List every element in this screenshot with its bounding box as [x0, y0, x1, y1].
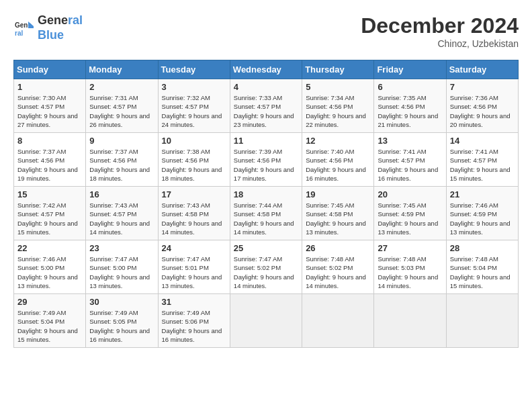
day-number: 4: [234, 82, 298, 92]
day-number: 1: [17, 82, 82, 92]
logo-icon: Gene ral: [13, 18, 34, 38]
day-number: 26: [306, 243, 370, 253]
calendar-cell: 20Sunrise: 7:45 AMSunset: 4:59 PMDayligh…: [374, 187, 446, 240]
calendar-cell: 9Sunrise: 7:37 AMSunset: 4:56 PMDaylight…: [86, 133, 158, 187]
calendar-cell: 16Sunrise: 7:43 AMSunset: 4:57 PMDayligh…: [86, 187, 158, 240]
day-number: 29: [17, 297, 82, 307]
calendar-cell: [230, 294, 302, 348]
calendar-cell: 23Sunrise: 7:47 AMSunset: 5:00 PMDayligh…: [86, 240, 158, 294]
day-detail: Sunrise: 7:49 AMSunset: 5:06 PMDaylight:…: [162, 308, 226, 344]
day-detail: Sunrise: 7:33 AMSunset: 4:57 PMDaylight:…: [234, 93, 298, 129]
calendar-cell: 25Sunrise: 7:47 AMSunset: 5:02 PMDayligh…: [230, 240, 302, 294]
day-number: 10: [162, 136, 226, 146]
calendar-cell: [446, 294, 518, 348]
weekday-monday: Monday: [86, 60, 158, 79]
day-number: 27: [378, 243, 442, 253]
calendar-cell: 19Sunrise: 7:45 AMSunset: 4:58 PMDayligh…: [302, 187, 374, 240]
logo: Gene ral GeneralBlue: [13, 13, 83, 42]
day-number: 25: [234, 243, 298, 253]
day-number: 23: [89, 243, 154, 253]
day-detail: Sunrise: 7:46 AMSunset: 5:00 PMDaylight:…: [17, 255, 82, 290]
day-number: 6: [378, 82, 442, 92]
page-header: Gene ral GeneralBlue December 2024 Chino…: [13, 13, 519, 49]
calendar-cell: 6Sunrise: 7:35 AMSunset: 4:56 PMDaylight…: [374, 79, 446, 133]
day-number: 8: [17, 136, 82, 146]
day-detail: Sunrise: 7:30 AMSunset: 4:57 PMDaylight:…: [17, 93, 82, 129]
day-detail: Sunrise: 7:47 AMSunset: 5:02 PMDaylight:…: [234, 255, 298, 290]
calendar-cell: [302, 294, 374, 348]
day-number: 31: [162, 297, 226, 307]
weekday-friday: Friday: [374, 60, 446, 79]
calendar-cell: 3Sunrise: 7:32 AMSunset: 4:57 PMDaylight…: [158, 79, 230, 133]
day-detail: Sunrise: 7:34 AMSunset: 4:56 PMDaylight:…: [306, 93, 370, 129]
day-number: 21: [450, 189, 515, 199]
day-number: 9: [89, 136, 154, 146]
calendar-cell: 11Sunrise: 7:39 AMSunset: 4:56 PMDayligh…: [230, 133, 302, 187]
calendar-week-2: 8Sunrise: 7:37 AMSunset: 4:56 PMDaylight…: [14, 133, 519, 187]
calendar-cell: 27Sunrise: 7:48 AMSunset: 5:03 PMDayligh…: [374, 240, 446, 294]
calendar-week-1: 1Sunrise: 7:30 AMSunset: 4:57 PMDaylight…: [14, 79, 519, 133]
title-block: December 2024 Chinoz, Uzbekistan: [361, 13, 519, 49]
calendar-cell: 17Sunrise: 7:43 AMSunset: 4:58 PMDayligh…: [158, 187, 230, 240]
calendar-cell: [374, 294, 446, 348]
weekday-thursday: Thursday: [302, 60, 374, 79]
day-detail: Sunrise: 7:44 AMSunset: 4:58 PMDaylight:…: [234, 201, 298, 236]
calendar-table: SundayMondayTuesdayWednesdayThursdayFrid…: [13, 60, 519, 348]
day-number: 20: [378, 189, 442, 199]
calendar-cell: 7Sunrise: 7:36 AMSunset: 4:56 PMDaylight…: [446, 79, 518, 133]
day-number: 18: [234, 189, 298, 199]
calendar-cell: 21Sunrise: 7:46 AMSunset: 4:59 PMDayligh…: [446, 187, 518, 240]
svg-text:ral: ral: [15, 30, 23, 37]
logo-text: GeneralBlue: [38, 13, 83, 42]
calendar-week-5: 29Sunrise: 7:49 AMSunset: 5:04 PMDayligh…: [14, 294, 519, 348]
day-detail: Sunrise: 7:35 AMSunset: 4:56 PMDaylight:…: [378, 93, 442, 129]
calendar-cell: 4Sunrise: 7:33 AMSunset: 4:57 PMDaylight…: [230, 79, 302, 133]
calendar-cell: 30Sunrise: 7:49 AMSunset: 5:05 PMDayligh…: [86, 294, 158, 348]
calendar-cell: 18Sunrise: 7:44 AMSunset: 4:58 PMDayligh…: [230, 187, 302, 240]
day-detail: Sunrise: 7:41 AMSunset: 4:57 PMDaylight:…: [378, 147, 442, 183]
day-number: 22: [17, 243, 82, 253]
day-number: 2: [89, 82, 154, 92]
day-detail: Sunrise: 7:45 AMSunset: 4:59 PMDaylight:…: [378, 201, 442, 236]
day-number: 19: [306, 189, 370, 199]
day-detail: Sunrise: 7:49 AMSunset: 5:04 PMDaylight:…: [17, 308, 82, 344]
day-number: 16: [89, 189, 154, 199]
day-detail: Sunrise: 7:40 AMSunset: 4:56 PMDaylight:…: [306, 147, 370, 183]
day-detail: Sunrise: 7:31 AMSunset: 4:57 PMDaylight:…: [89, 93, 154, 129]
day-number: 5: [306, 82, 370, 92]
day-detail: Sunrise: 7:42 AMSunset: 4:57 PMDaylight:…: [17, 201, 82, 236]
day-detail: Sunrise: 7:39 AMSunset: 4:56 PMDaylight:…: [234, 147, 298, 183]
weekday-wednesday: Wednesday: [230, 60, 302, 79]
calendar-cell: 28Sunrise: 7:48 AMSunset: 5:04 PMDayligh…: [446, 240, 518, 294]
calendar-cell: 1Sunrise: 7:30 AMSunset: 4:57 PMDaylight…: [14, 79, 86, 133]
calendar-week-3: 15Sunrise: 7:42 AMSunset: 4:57 PMDayligh…: [14, 187, 519, 240]
calendar-cell: 5Sunrise: 7:34 AMSunset: 4:56 PMDaylight…: [302, 79, 374, 133]
calendar-cell: 24Sunrise: 7:47 AMSunset: 5:01 PMDayligh…: [158, 240, 230, 294]
day-detail: Sunrise: 7:43 AMSunset: 4:57 PMDaylight:…: [89, 201, 154, 236]
day-number: 17: [162, 189, 226, 199]
day-detail: Sunrise: 7:46 AMSunset: 4:59 PMDaylight:…: [450, 201, 515, 236]
calendar-cell: 29Sunrise: 7:49 AMSunset: 5:04 PMDayligh…: [14, 294, 86, 348]
day-number: 14: [450, 136, 515, 146]
calendar-cell: 15Sunrise: 7:42 AMSunset: 4:57 PMDayligh…: [14, 187, 86, 240]
day-number: 28: [450, 243, 515, 253]
day-detail: Sunrise: 7:48 AMSunset: 5:02 PMDaylight:…: [306, 255, 370, 290]
month-title: December 2024: [361, 13, 519, 38]
day-number: 3: [162, 82, 226, 92]
day-number: 7: [450, 82, 515, 92]
day-detail: Sunrise: 7:38 AMSunset: 4:56 PMDaylight:…: [162, 147, 226, 183]
day-number: 15: [17, 189, 82, 199]
calendar-cell: 12Sunrise: 7:40 AMSunset: 4:56 PMDayligh…: [302, 133, 374, 187]
weekday-header-row: SundayMondayTuesdayWednesdayThursdayFrid…: [14, 60, 519, 79]
weekday-saturday: Saturday: [446, 60, 518, 79]
day-number: 24: [162, 243, 226, 253]
day-number: 12: [306, 136, 370, 146]
day-number: 30: [89, 297, 154, 307]
weekday-tuesday: Tuesday: [158, 60, 230, 79]
day-detail: Sunrise: 7:41 AMSunset: 4:57 PMDaylight:…: [450, 147, 515, 183]
calendar-cell: 13Sunrise: 7:41 AMSunset: 4:57 PMDayligh…: [374, 133, 446, 187]
calendar-body: 1Sunrise: 7:30 AMSunset: 4:57 PMDaylight…: [14, 79, 519, 348]
calendar-cell: 26Sunrise: 7:48 AMSunset: 5:02 PMDayligh…: [302, 240, 374, 294]
day-detail: Sunrise: 7:43 AMSunset: 4:58 PMDaylight:…: [162, 201, 226, 236]
day-detail: Sunrise: 7:49 AMSunset: 5:05 PMDaylight:…: [89, 308, 154, 344]
